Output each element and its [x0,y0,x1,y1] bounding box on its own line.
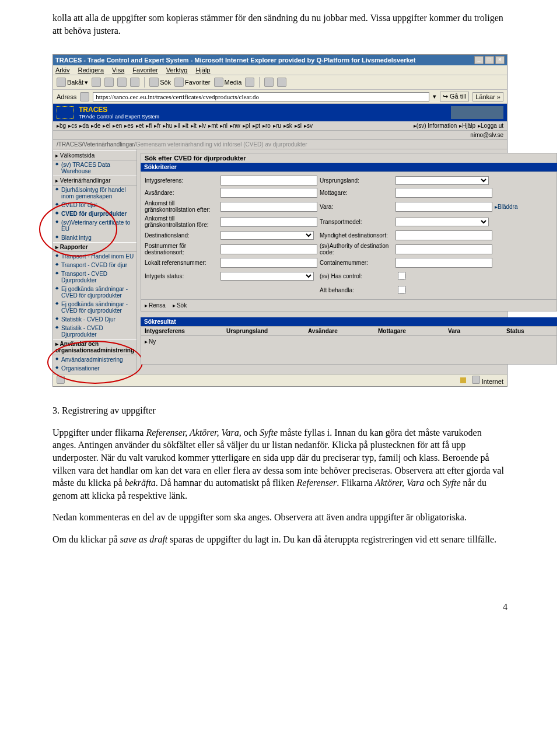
sel-status[interactable] [220,272,314,281]
rensa-button[interactable]: Rensa [145,302,166,309]
nav-useradmin[interactable]: Användaradministrering [53,355,136,364]
lang-il[interactable]: ▸il [174,123,180,129]
nav-ejgodkanda2[interactable]: Ej godkända sändningar - CVED för djurpr… [53,300,136,315]
nav-rapporter-head[interactable]: ▸ Rapporter [53,242,136,252]
close-button[interactable]: × [495,56,505,64]
lang-pl[interactable]: ▸pl [243,123,250,129]
nav-admin-head[interactable]: ▸ Användar och organisationsadministreri… [53,339,136,355]
browse-link[interactable]: ▸Bläddra [495,204,530,210]
sel-ursprung[interactable] [396,176,489,185]
refresh-icon[interactable] [117,78,127,87]
lang-lt[interactable]: ▸lt [191,123,197,129]
lang-nw[interactable]: ▸nw [230,123,240,129]
lang-sl[interactable]: ▸sl [295,123,302,129]
lang-ro[interactable]: ▸ro [262,123,271,129]
menu-verktyg[interactable]: Verktyg [166,66,188,74]
col-vara: Vara [448,328,506,334]
nav-blankt[interactable]: Blankt intyg [53,233,136,242]
sel-destland[interactable] [220,231,314,240]
in-ankomst-efter[interactable] [220,202,317,212]
chk-hascontrol[interactable] [398,272,406,280]
lang-pt[interactable]: ▸pt [253,123,260,129]
nav-datawarehouse[interactable]: (sv) TRACES Data Warehouse [53,160,136,176]
favorites-button[interactable]: Favoriter [174,78,210,87]
menu-redigera[interactable]: Redigera [78,66,104,74]
nav-org[interactable]: Organisationer [53,364,136,373]
in-postnr[interactable] [220,244,317,254]
menu-arkiv[interactable]: Arkiv [55,66,69,74]
nav-djurhalso[interactable]: Djurhälsointyg för handel inom gemenskap… [53,186,136,201]
top-logout[interactable]: ▸Logga ut [478,123,503,129]
nav-cved-djurprodukter[interactable]: CVED för djurprodukter [53,209,136,218]
nav-vet-head[interactable]: ▸ Veterinärhandlingar [53,176,136,186]
lang-sv[interactable]: ▸sv [304,123,313,129]
form-actions: Rensa Sök [141,300,557,312]
forward-icon[interactable] [92,78,101,87]
nav-transport-cved-djur[interactable]: Transport - CVED för djur [53,261,136,270]
top-info[interactable]: ▸(sv) Information [414,123,457,129]
in-mottagare[interactable] [396,188,492,198]
col-mottagare: Mottagare [378,328,448,334]
nav-stat-prod[interactable]: Statistik - CVED Djurprodukter [53,324,136,339]
address-input[interactable] [93,92,429,102]
lang-mt[interactable]: ▸mt [208,123,218,129]
in-ankomst-fore[interactable] [220,217,317,227]
sel-transport[interactable] [396,218,489,226]
nav-transport-eu[interactable]: Tranpsort - Handel inom EU [53,252,136,261]
stop-icon[interactable] [104,78,114,87]
media-button[interactable]: Media [214,78,242,87]
nav-transport-cved-prod[interactable]: Transport - CVED Djurprodukter [53,270,136,285]
nav-stat-djur[interactable]: Statistik - CVED Djur [53,315,136,324]
media-icon [214,78,223,87]
lang-ru[interactable]: ▸ru [273,123,281,129]
nav-welcome[interactable]: ▸ Välkomstsida [53,150,136,160]
in-authcode[interactable] [396,244,492,254]
lang-nl[interactable]: ▸nl [220,123,228,129]
history-icon[interactable] [245,78,254,87]
lang-fi[interactable]: ▸fi [146,123,152,129]
back-button[interactable]: Bakåt ▾ [57,78,88,87]
lang-el[interactable]: ▸el [103,123,110,129]
nav-vetcert-eu[interactable]: (sv)Veterinary certificate to EU [53,218,136,233]
lang-lv[interactable]: ▸lv [199,123,206,129]
print-icon[interactable] [277,78,286,87]
nav-ejgodkanda1[interactable]: Ej godkända sändningar - CVED för djurpr… [53,285,136,300]
lang-it[interactable]: ▸it [183,123,188,129]
lang-da[interactable]: ▸da [79,123,89,129]
lang-sk[interactable]: ▸sk [284,123,292,129]
menu-hjalp[interactable]: Hjälp [195,66,210,74]
nav-cved-djur[interactable]: CVED för djur [53,201,136,209]
in-myndighet[interactable] [396,230,492,240]
lang-de[interactable]: ▸de [91,123,100,129]
menu-favoriter[interactable]: Favoriter [132,66,158,74]
lang-fr[interactable]: ▸fr [154,123,160,129]
lang-cs[interactable]: ▸cs [68,123,77,129]
top-help[interactable]: ▸Hjälp [459,123,475,129]
lang-et[interactable]: ▸et [136,123,144,129]
sok-button[interactable]: Sök [173,302,187,309]
maximize-button[interactable]: □ [485,56,494,64]
search-button[interactable]: Sök [149,78,171,87]
menu-visa[interactable]: Visa [112,66,124,74]
window-title: TRACES - Trade Control and Expert System… [55,57,415,64]
search-icon [149,78,159,87]
mail-icon[interactable] [264,78,274,87]
ny-link[interactable]: Ny [145,338,156,345]
home-icon[interactable] [130,78,139,87]
lang-en[interactable]: ▸en [113,123,122,129]
in-intygsref[interactable] [220,176,317,186]
lang-hu[interactable]: ▸hu [163,123,172,129]
in-container[interactable] [396,258,492,268]
lbl-status: Intygets status: [145,273,215,279]
lang-es[interactable]: ▸es [124,123,134,129]
go-button[interactable]: ↪ Gå till [440,92,469,102]
in-vara[interactable] [396,202,492,212]
in-avsandare[interactable] [220,188,317,198]
lang-bg[interactable]: ▸bg [57,123,66,129]
in-lokalref[interactable] [220,258,317,268]
minimize-button[interactable]: _ [474,56,484,64]
lbl-avsandare: Avsändare: [145,190,215,196]
section3-p2: Nedan kommenteras en del av de uppgifter… [52,511,508,524]
chk-attbehandla[interactable] [398,286,406,294]
links-button[interactable]: Länkar » [473,92,503,102]
